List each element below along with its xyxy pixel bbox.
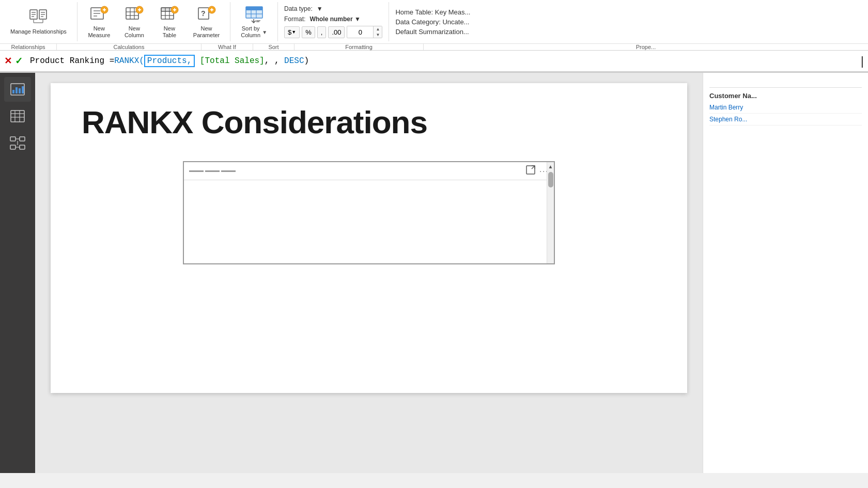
ribbon-group-relationships: Manage Relationships <box>0 2 78 41</box>
sidebar <box>0 73 35 473</box>
formatting-toolbar: $ ▼ % , .00 ▲ ▼ <box>284 26 382 38</box>
sidebar-item-model[interactable] <box>4 131 31 155</box>
formula-cancel-button[interactable]: ✕ <box>4 55 12 67</box>
scroll-thumb[interactable] <box>548 172 553 187</box>
decimal-count-input[interactable] <box>347 27 373 37</box>
svg-rect-49 <box>16 87 18 93</box>
table-handle-bar-2 <box>205 170 220 172</box>
sort-by-column-label: Sort byColumn <box>241 25 260 39</box>
model-icon <box>10 135 25 151</box>
main-layout: RANKX Considerations <box>0 73 868 473</box>
data-category-label: Data Category: Uncate... <box>395 18 469 26</box>
comma-button[interactable]: , <box>317 26 327 38</box>
formula-input[interactable]: Product Ranking = RANKX( Products, [Tota… <box>27 54 857 68</box>
new-column-icon <box>125 5 144 23</box>
table-handle-bar-3 <box>221 170 236 172</box>
formula-text-space: , <box>269 56 284 66</box>
currency-symbol: $ <box>288 28 291 36</box>
format-row: Format: Whole number ▼ <box>284 15 361 23</box>
properties-group-label: Prope... <box>424 44 868 50</box>
table-widget[interactable]: ··· ▲ <box>183 161 555 264</box>
svg-rect-51 <box>22 86 24 93</box>
table-scrollbar[interactable]: ▲ <box>547 162 554 263</box>
scroll-up-arrow[interactable]: ▲ <box>548 162 553 171</box>
manage-relationships-label: Manage Relationships <box>10 28 67 35</box>
formula-text-close: ) <box>304 56 309 66</box>
customer-row-1: Martin Berry <box>709 102 862 114</box>
currency-caret: ▼ <box>291 29 296 35</box>
decimal-spin-down[interactable]: ▼ <box>374 32 382 38</box>
new-column-label: NewColumn <box>125 25 144 39</box>
manage-relationships-button[interactable]: Manage Relationships <box>6 6 71 37</box>
canvas-area: RANKX Considerations <box>35 73 703 473</box>
formatting-group-label: Formatting <box>295 44 424 50</box>
currency-button[interactable]: $ ▼ <box>284 26 300 38</box>
formula-actions: ✕ ✓ <box>4 55 23 67</box>
new-table-icon <box>160 5 179 23</box>
formula-text-products: Products, <box>144 55 195 67</box>
data-type-dropdown[interactable]: ▼ <box>317 5 323 12</box>
svg-rect-48 <box>12 90 14 93</box>
formula-text-prefix: Product Ranking = <box>30 56 114 66</box>
data-type-label: Data type: <box>284 5 313 12</box>
formula-text-comma: , <box>265 56 270 66</box>
page-title: RANKX Considerations <box>82 104 656 140</box>
svg-rect-57 <box>10 137 16 141</box>
svg-rect-59 <box>10 145 16 149</box>
cursor-icon: | <box>861 54 864 68</box>
what-if-group-label: What If <box>202 44 253 50</box>
sort-by-column-button[interactable]: Sort byColumn ▼ <box>237 3 271 41</box>
percent-button[interactable]: % <box>302 26 315 38</box>
decimal-symbol: .00 <box>332 28 341 36</box>
sort-by-column-caret: ▼ <box>262 29 267 35</box>
relationships-group-label: Relationships <box>0 44 57 50</box>
ribbon-group-calculations: NewMeasure NewColumn <box>78 2 230 41</box>
comma-symbol: , <box>321 28 323 36</box>
formula-confirm-button[interactable]: ✓ <box>15 55 23 67</box>
svg-line-65 <box>532 166 535 169</box>
new-parameter-label: NewParameter <box>193 25 220 39</box>
decimal-button[interactable]: .00 <box>328 26 345 38</box>
data-icon <box>10 108 25 124</box>
table-handle-bar-1 <box>189 170 204 172</box>
table-handle[interactable] <box>189 170 236 172</box>
calculations-group-label: Calculations <box>57 44 202 50</box>
data-type-row: Data type: ▼ <box>284 5 323 12</box>
decimal-spin-up[interactable]: ▲ <box>374 26 382 32</box>
data-type-caret: ▼ <box>317 5 323 12</box>
canvas-page: RANKX Considerations <box>51 83 687 393</box>
new-table-label: NewTable <box>163 25 176 39</box>
ribbon-group-properties: Home Table: Key Meas... Data Category: U… <box>389 2 868 41</box>
sidebar-item-data[interactable] <box>4 104 31 129</box>
decimal-spinner: ▲ ▼ <box>373 26 382 38</box>
format-dropdown[interactable]: Whole number ▼ <box>309 15 361 23</box>
sidebar-item-report[interactable] <box>4 77 31 102</box>
sort-column-icon <box>245 5 264 23</box>
svg-text:?: ? <box>201 9 206 18</box>
format-caret: ▼ <box>354 15 361 23</box>
sort-group-label: Sort <box>253 44 295 50</box>
home-table-label: Home Table: Key Meas... <box>395 8 470 16</box>
customer-name-2: Stephen Ro... <box>709 116 747 123</box>
new-measure-icon <box>90 5 109 23</box>
new-column-button[interactable]: NewColumn <box>119 3 150 41</box>
new-parameter-button[interactable]: ? NewParameter <box>189 3 224 41</box>
svg-rect-58 <box>20 137 25 141</box>
svg-rect-40 <box>246 7 262 10</box>
format-label: Format: <box>284 15 305 23</box>
formula-text-rankx: RANKX( <box>114 56 144 66</box>
new-table-button[interactable]: NewTable <box>154 3 185 41</box>
ribbon: Manage Relationships New <box>0 0 868 73</box>
ribbon-toolbar: Manage Relationships New <box>0 0 868 44</box>
formula-text-totalsales: [Total Sales] <box>195 56 264 66</box>
customer-name-1: Martin Berry <box>709 104 743 111</box>
table-expand-button[interactable] <box>526 165 535 177</box>
decimal-count-group: ▲ ▼ <box>347 26 382 38</box>
ribbon-group-formatting: Data type: ▼ Format: Whole number ▼ $ ▼ <box>278 2 389 41</box>
new-measure-label: NewMeasure <box>88 25 110 39</box>
report-icon <box>10 82 25 97</box>
new-measure-button[interactable]: NewMeasure <box>84 3 115 41</box>
formula-bar: ✕ ✓ Product Ranking = RANKX( Products, [… <box>0 51 868 72</box>
manage-relationships-icon <box>29 8 48 26</box>
new-parameter-icon: ? <box>197 5 216 23</box>
